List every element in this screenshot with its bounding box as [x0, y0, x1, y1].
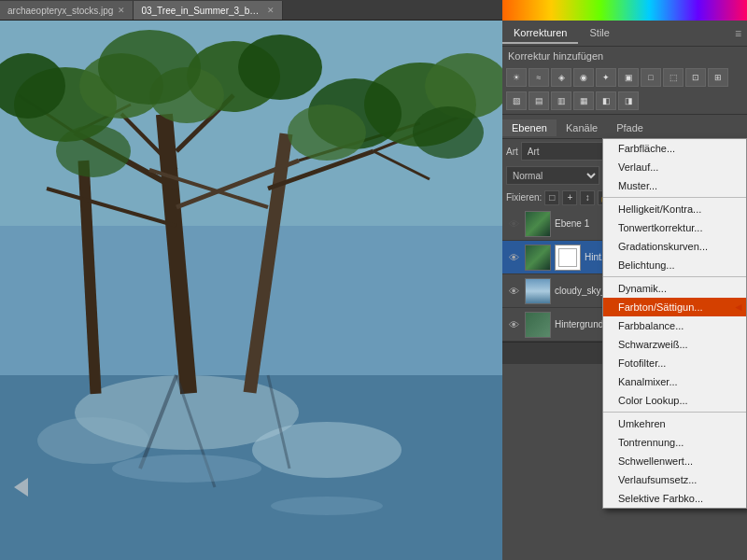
menu-helligkeit[interactable]: Helligkeit/Kontra... — [603, 200, 746, 218]
menu-umkehren[interactable]: Umkehren — [603, 414, 746, 433]
fixieren-icon-2[interactable]: + — [562, 190, 577, 205]
tab-label-2: 03_Tree_in_Summer_3_by_archaeopteryx_sto… — [141, 6, 262, 16]
dropdown-menu: Farbfläche... Verlauf... Muster... Helli… — [602, 138, 747, 509]
menu-verlauf[interactable]: Verlauf... — [603, 158, 746, 176]
tab-ebenen[interactable]: Ebenen — [502, 119, 557, 136]
layer-thumb-ebene1 — [525, 211, 551, 237]
tab-label-1: archaeopteryx_stocks.jpg — [7, 6, 113, 16]
svg-point-26 — [238, 35, 322, 100]
menu-verlaufsumsetz[interactable]: Verlaufsumsetz... — [603, 470, 746, 489]
fixieren-icon-3[interactable]: ↕ — [580, 190, 595, 205]
tab-pfade[interactable]: Pfade — [607, 119, 653, 136]
tree-svg — [0, 21, 502, 560]
corr-icon-channelmixer[interactable]: ⊞ — [708, 68, 728, 87]
panel-tabs: Korrekturen Stile ≡ — [502, 21, 747, 47]
layers-type-label: Art — [506, 147, 518, 157]
canvas-tab-1[interactable]: archaeopteryx_stocks.jpg ✕ — [0, 1, 134, 20]
layer-eye-hint[interactable]: 👁 — [506, 252, 521, 263]
svg-point-38 — [271, 497, 383, 515]
nature-background — [0, 21, 502, 560]
menu-selektive[interactable]: Selektive Farbko... — [603, 489, 746, 508]
menu-schwarzweiss[interactable]: Schwarzweiß... — [603, 335, 746, 354]
canvas-area: archaeopteryx_stocks.jpg ✕ 03_Tree_in_Su… — [0, 0, 502, 560]
menu-divider-1 — [603, 197, 746, 198]
layer-thumb-sky — [525, 278, 551, 304]
canvas-image — [0, 21, 502, 560]
corr-icon-photofilter[interactable]: ⊡ — [685, 68, 706, 87]
corr-icon-levels[interactable]: ≈ — [529, 68, 549, 87]
menu-gradation[interactable]: Gradationskurven... — [603, 237, 746, 256]
svg-point-33 — [413, 106, 484, 159]
svg-point-5 — [37, 417, 149, 464]
menu-divider-2 — [603, 276, 746, 277]
corr-icon-lookup[interactable]: ◨ — [618, 91, 639, 110]
menu-farbton[interactable]: Farbton/Sättigun... — [603, 298, 746, 316]
menu-farbton-container: Farbton/Sättigun... ◄ — [603, 298, 746, 316]
tab-korrekturen[interactable]: Korrekturen — [502, 23, 578, 44]
corr-icon-invert[interactable]: ▧ — [506, 91, 527, 110]
corr-icon-hue[interactable]: ▣ — [618, 68, 639, 87]
menu-kanalmixer[interactable]: Kanalmixer... — [603, 372, 746, 391]
svg-point-37 — [112, 455, 261, 483]
tab-stile[interactable]: Stile — [578, 23, 620, 44]
corr-icon-exposure[interactable]: ◉ — [573, 68, 594, 87]
fixieren-label: Fixieren: — [506, 192, 542, 203]
menu-dynamik[interactable]: Dynamik... — [603, 279, 746, 298]
menu-muster[interactable]: Muster... — [603, 176, 746, 195]
svg-point-30 — [98, 30, 201, 105]
layer-eye-ebene1[interactable]: 👁 — [506, 218, 521, 230]
menu-tontrennung[interactable]: Tontrennung... — [603, 433, 746, 452]
correction-icons-row1: ☀ ≈ ◈ ◉ ✦ ▣ □ ⬚ ⊡ ⊞ — [502, 65, 747, 90]
menu-divider-3 — [603, 412, 746, 413]
corr-icon-curves[interactable]: ◈ — [551, 68, 571, 87]
blend-mode-select[interactable]: Normal — [506, 166, 599, 185]
corr-icon-selective[interactable]: ◧ — [596, 91, 616, 110]
canvas-tabs: archaeopteryx_stocks.jpg ✕ 03_Tree_in_Su… — [0, 0, 502, 21]
canvas-tab-2[interactable]: 03_Tree_in_Summer_3_by_archaeopteryx_sto… — [134, 1, 283, 20]
menu-colorlookup[interactable]: Color Lookup... — [603, 391, 746, 410]
corr-icon-posterize[interactable]: ▤ — [529, 91, 549, 110]
menu-farbflaeche[interactable]: Farbfläche... — [603, 139, 746, 158]
corrections-header: Korrektur hinzufügen — [502, 47, 747, 65]
svg-point-32 — [288, 105, 366, 161]
layer-mask-hint — [555, 245, 581, 271]
corr-icon-vibrance[interactable]: ✦ — [596, 68, 616, 87]
layer-eye-sky[interactable]: 👁 — [506, 286, 521, 297]
close-tab-2[interactable]: ✕ — [267, 6, 275, 15]
layer-thumb-hint — [525, 245, 551, 271]
corr-icon-gradient-map[interactable]: ▦ — [573, 91, 594, 110]
panel-menu-icon[interactable]: ≡ — [735, 27, 741, 40]
close-tab-1[interactable]: ✕ — [118, 6, 125, 15]
menu-belichtung[interactable]: Belichtung... — [603, 256, 746, 274]
layer-eye-bg[interactable]: 👁 — [506, 319, 521, 330]
corr-icon-threshold[interactable]: ▥ — [551, 91, 571, 110]
menu-farbbalance[interactable]: Farbbalance... — [603, 316, 746, 335]
corr-icon-colorbalance[interactable]: □ — [641, 68, 661, 87]
svg-point-31 — [56, 125, 131, 177]
arrow-indicator: ◄ — [733, 301, 744, 314]
menu-schwellenwert[interactable]: Schwellenwert... — [603, 452, 746, 470]
layer-thumb-bg — [525, 312, 551, 338]
corr-icon-bw[interactable]: ⬚ — [663, 68, 684, 87]
svg-point-4 — [252, 422, 402, 478]
tab-kanaele[interactable]: Kanäle — [557, 119, 607, 136]
correction-icons-row2: ▧ ▤ ▥ ▦ ◧ ◨ — [502, 90, 747, 112]
menu-tonwert[interactable]: Tonwertkorrektur... — [603, 218, 746, 237]
panel-divider-1 — [502, 114, 747, 115]
layers-tabs: Ebenen Kanäle Pfade — [502, 117, 747, 139]
menu-fotofilter[interactable]: Fotofilter... — [603, 354, 746, 372]
corr-icon-brightness[interactable]: ☀ — [506, 68, 527, 87]
color-gradient-bar — [502, 0, 747, 21]
fixieren-icon-1[interactable]: □ — [544, 190, 559, 205]
